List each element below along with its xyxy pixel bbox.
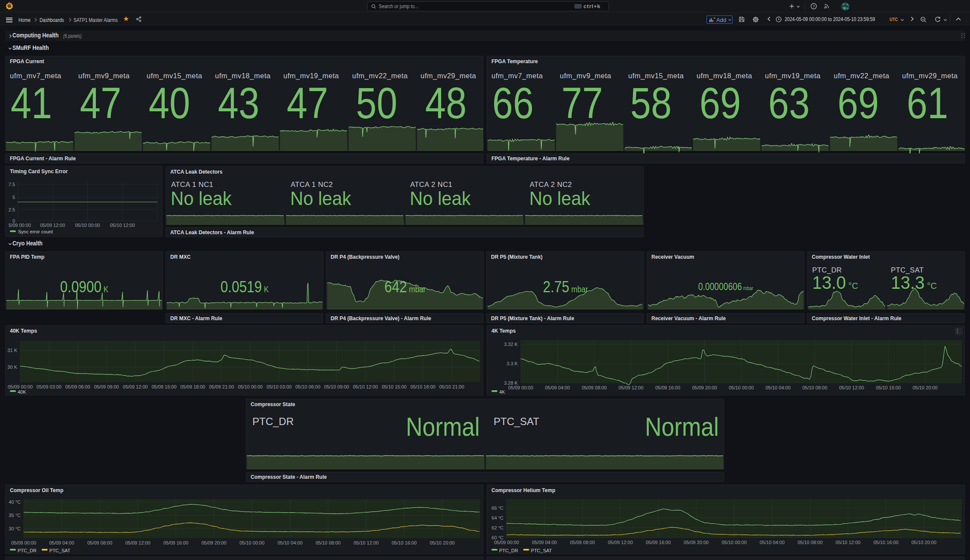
svg-text:05/09 08:00: 05/09 08:00 <box>582 385 607 390</box>
svg-text:PTC_SAT: PTC_SAT <box>49 548 71 553</box>
svg-text:05/10 21:00: 05/10 21:00 <box>439 384 464 389</box>
svg-text:05/09 12:00: 05/09 12:00 <box>618 385 643 390</box>
svg-text:05/10 15:00: 05/10 15:00 <box>382 384 407 389</box>
svg-text:05/10 12:00: 05/10 12:00 <box>835 540 860 545</box>
svg-text:3.32 K: 3.32 K <box>504 342 518 347</box>
svg-text:05/10 12:00: 05/10 12:00 <box>353 384 378 389</box>
svg-text:05/09 04:00: 05/09 04:00 <box>532 540 557 545</box>
svg-text:40 °C: 40 °C <box>9 499 21 505</box>
svg-text:5/09 00:00: 5/09 00:00 <box>9 223 31 228</box>
svg-text:05/10 16:00: 05/10 16:00 <box>873 540 898 545</box>
svg-text:05/09 15:00: 05/09 15:00 <box>151 384 176 389</box>
svg-text:PTC_DR: PTC_DR <box>18 548 37 553</box>
svg-text:05/10 04:00: 05/10 04:00 <box>765 385 790 390</box>
svg-text:05/09 20:00: 05/09 20:00 <box>201 540 226 545</box>
svg-text:30 °C: 30 °C <box>9 526 21 531</box>
svg-text:05/10 08:00: 05/10 08:00 <box>802 385 827 390</box>
svg-text:05/09 04:00: 05/09 04:00 <box>49 540 74 545</box>
svg-text:7.5: 7.5 <box>9 182 15 187</box>
svg-text:05/09 03:00: 05/09 03:00 <box>37 384 61 389</box>
svg-text:05/09 00:00: 05/09 00:00 <box>508 385 533 390</box>
svg-text:05/10 12:00: 05/10 12:00 <box>110 223 135 228</box>
svg-text:05/10 00:00: 05/10 00:00 <box>721 540 746 545</box>
svg-text:PTC_SAT: PTC_SAT <box>531 548 552 553</box>
svg-text:30 K: 30 K <box>7 364 17 370</box>
svg-text:05/10 08:00: 05/10 08:00 <box>316 540 341 545</box>
svg-text:05/10 09:00: 05/10 09:00 <box>324 384 349 389</box>
svg-text:4K: 4K <box>499 389 505 395</box>
svg-text:05/10 06:00: 05/10 06:00 <box>295 384 320 389</box>
svg-text:05/10 04:00: 05/10 04:00 <box>760 540 785 545</box>
svg-text:05/09 12:00: 05/09 12:00 <box>125 540 150 545</box>
svg-text:05/09 04:00: 05/09 04:00 <box>545 385 570 390</box>
svg-text:05/10 20:00: 05/10 20:00 <box>912 385 937 390</box>
svg-text:05/10 04:00: 05/10 04:00 <box>277 540 302 545</box>
svg-text:05/10 18:00: 05/10 18:00 <box>411 384 436 389</box>
svg-text:05/09 20:00: 05/09 20:00 <box>684 540 709 545</box>
svg-text:2.5: 2.5 <box>9 207 15 212</box>
svg-text:05/10 00:00: 05/10 00:00 <box>239 540 264 545</box>
svg-text:05/09 00:00: 05/09 00:00 <box>494 540 519 545</box>
svg-text:05/09 16:00: 05/09 16:00 <box>655 385 680 390</box>
svg-text:62 °C: 62 °C <box>491 525 503 530</box>
svg-text:Sync error count: Sync error count <box>18 229 53 234</box>
svg-text:05/09 12:00: 05/09 12:00 <box>123 384 148 389</box>
svg-text:35 °C: 35 °C <box>9 513 21 518</box>
svg-text:05/10 16:00: 05/10 16:00 <box>392 540 417 545</box>
svg-text:05/09 12:00: 05/09 12:00 <box>40 223 65 228</box>
svg-text:05/10 00:00: 05/10 00:00 <box>729 385 754 390</box>
svg-text:05/10 20:00: 05/10 20:00 <box>430 540 454 545</box>
svg-text:05/10 00:00: 05/10 00:00 <box>238 384 263 389</box>
svg-text:66 °C: 66 °C <box>491 505 503 511</box>
svg-text:05/09 06:00: 05/09 06:00 <box>65 384 90 389</box>
svg-text:05/10 20:00: 05/10 20:00 <box>912 540 936 545</box>
svg-text:PTC_DR: PTC_DR <box>499 548 518 553</box>
svg-text:64 °C: 64 °C <box>491 515 503 520</box>
svg-text:5: 5 <box>12 195 15 200</box>
svg-text:31 K: 31 K <box>7 348 17 353</box>
svg-text:05/09 12:00: 05/09 12:00 <box>608 540 633 545</box>
svg-text:?: ? <box>813 4 815 9</box>
svg-text:05/10 12:00: 05/10 12:00 <box>353 540 378 545</box>
svg-text:05/09 16:00: 05/09 16:00 <box>646 540 671 545</box>
svg-text:05/10 00:00: 05/10 00:00 <box>75 223 100 228</box>
svg-text:3.3 K: 3.3 K <box>506 361 518 366</box>
svg-text:05/09 20:00: 05/09 20:00 <box>692 385 717 390</box>
svg-text:05/09 18:00: 05/09 18:00 <box>180 384 205 389</box>
svg-text:05/10 08:00: 05/10 08:00 <box>798 540 823 545</box>
svg-text:05/10 03:00: 05/10 03:00 <box>267 384 292 389</box>
svg-text:05/09 08:00: 05/09 08:00 <box>87 540 112 545</box>
svg-text:05/09 09:00: 05/09 09:00 <box>94 384 119 389</box>
svg-text:05/09 16:00: 05/09 16:00 <box>163 540 188 545</box>
svg-text:05/09 21:00: 05/09 21:00 <box>209 384 234 389</box>
svg-text:05/10 16:00: 05/10 16:00 <box>876 385 901 390</box>
svg-text:05/09 08:00: 05/09 08:00 <box>570 540 595 545</box>
svg-text:05/10 12:00: 05/10 12:00 <box>839 385 864 390</box>
svg-text:05/09 00:00: 05/09 00:00 <box>8 384 33 389</box>
svg-text:40K: 40K <box>18 389 26 395</box>
svg-text:05/09 00:00: 05/09 00:00 <box>11 540 36 545</box>
